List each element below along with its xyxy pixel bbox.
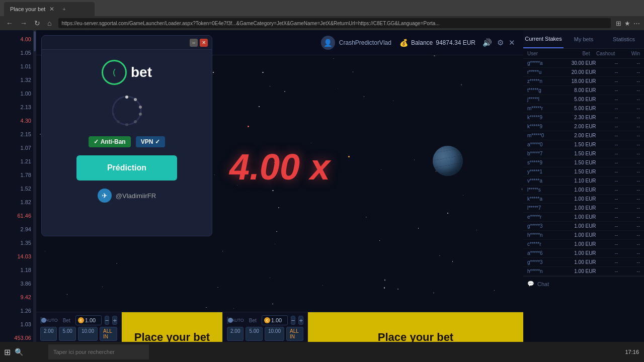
bet-plus-btn-2[interactable]: +	[298, 316, 303, 325]
windows-icon[interactable]: ⊞	[4, 347, 11, 357]
new-tab-btn[interactable]: +	[62, 6, 65, 12]
stake-bet: 2.00 EUR	[569, 133, 596, 138]
quick-bet-allin-1[interactable]: ALL IN	[100, 327, 117, 341]
settings-icon[interactable]: ⋯	[633, 20, 640, 27]
table-row: v*****a 1.10 EUR -- --	[523, 176, 644, 186]
tab-my-bets[interactable]: My bets	[564, 30, 604, 48]
stake-cashout: --	[596, 205, 618, 211]
header-icons: 🔊 ⚙ ✕	[482, 38, 515, 47]
stake-win: --	[618, 205, 640, 211]
quick-bet-2-2[interactable]: 2.00	[227, 327, 244, 341]
back-btn[interactable]: ←	[4, 18, 15, 28]
sound-icon[interactable]: 🔊	[482, 38, 492, 47]
quick-bet-5-2[interactable]: 5.00	[246, 327, 262, 341]
popup-logo-text: bet	[131, 64, 152, 80]
loading-spinner	[109, 93, 144, 128]
stake-bet: 1.00 EUR	[569, 187, 596, 193]
header-cashout: Cashout	[590, 51, 615, 56]
popup-body: ( bet	[42, 50, 212, 213]
quick-bet-5-1[interactable]: 5.00	[59, 327, 75, 341]
telegram-link[interactable]: ✈ @VladimiirFR	[98, 189, 156, 203]
tab-statistics[interactable]: Statistics	[604, 30, 644, 48]
popup-minimize-btn[interactable]: –	[190, 39, 198, 47]
star	[333, 58, 334, 59]
stake-win: --	[618, 115, 640, 120]
multiplier-item: 1.82	[0, 195, 36, 209]
prediction-button[interactable]: Prédiction	[76, 155, 177, 180]
multiplier-item: 4.00	[0, 32, 36, 46]
stake-win: --	[618, 160, 640, 165]
star	[45, 251, 45, 251]
star	[433, 292, 434, 293]
stake-bet: 1.00 EUR	[569, 196, 596, 202]
table-row: g*****a 30.00 EUR -- --	[523, 59, 644, 68]
stake-cashout: --	[596, 214, 618, 220]
taskbar-search-input[interactable]	[48, 344, 149, 359]
stake-cashout: --	[596, 169, 618, 174]
close-game-icon[interactable]: ✕	[509, 38, 515, 47]
multiplier-list: 4.001.051.011.321.002.134.302.151.071.21…	[0, 30, 36, 344]
bet-amount-input-1[interactable]: € 1.00	[75, 315, 102, 325]
quick-bet-10-1[interactable]: 10.00	[78, 327, 98, 341]
table-row: m*****r 5.00 EUR -- --	[523, 104, 644, 113]
star	[397, 289, 398, 290]
bet-minus-btn-1[interactable]: −	[105, 316, 110, 325]
header-user: 👤 CrashPredictorVlad	[321, 36, 391, 50]
bookmark-icon[interactable]: ★	[624, 20, 630, 27]
forward-btn[interactable]: →	[18, 18, 29, 28]
extensions-icon[interactable]: ⊞	[616, 20, 621, 27]
stake-user: t*****g	[527, 87, 569, 93]
svg-point-3	[139, 106, 142, 109]
chat-icon[interactable]: 💬	[527, 281, 534, 287]
star	[353, 71, 353, 72]
stake-cashout: --	[596, 232, 618, 238]
star	[338, 88, 338, 89]
stake-bet: 1.00 EUR	[569, 232, 596, 238]
bet-plus-btn-1[interactable]: +	[112, 316, 117, 325]
balance-icon: 💰	[399, 39, 408, 47]
stake-bet: 30.00 EUR	[569, 60, 596, 66]
table-row: h*****n 1.00 EUR -- --	[523, 231, 644, 240]
star	[384, 287, 385, 288]
stake-bet: 1.50 EUR	[569, 160, 596, 165]
nav-bar: ← → ↻ ⌂ https://eu-server.sgportal.com/G…	[0, 16, 644, 30]
star	[463, 195, 463, 196]
star	[206, 307, 206, 308]
star	[233, 308, 234, 309]
stake-win: --	[618, 151, 640, 156]
vpn-badge: VPN ✓	[136, 136, 166, 147]
table-row: k*****9 2.00 EUR -- --	[523, 122, 644, 131]
bet-minus-btn-2[interactable]: −	[291, 316, 296, 325]
stake-win: --	[618, 97, 640, 102]
quick-bet-allin-2[interactable]: ALL IN	[286, 327, 303, 341]
settings-icon[interactable]: ⚙	[497, 38, 504, 47]
star	[452, 261, 453, 261]
stake-bet: 18.00 EUR	[569, 78, 596, 84]
table-row: s*****9 1.50 EUR -- --	[523, 158, 644, 167]
stake-user: b*****7	[527, 151, 569, 156]
stake-user: k*****9	[527, 124, 569, 129]
multiplier-item: 1.26	[0, 304, 36, 317]
bet-amount-val-2: 1.00	[271, 317, 285, 323]
quick-bet-2-1[interactable]: 2.00	[40, 327, 57, 341]
tab-current-stakes[interactable]: Current Stakes	[523, 30, 564, 48]
balance-value: 94874.34 EUR	[436, 39, 475, 46]
refresh-btn[interactable]: ↻	[32, 18, 42, 28]
active-tab[interactable]: Place your bet ✕ +	[4, 2, 95, 16]
auto-label-2: AUTO	[231, 318, 244, 323]
stake-win: --	[618, 232, 640, 238]
star	[439, 255, 440, 256]
auto-toggle-2[interactable]	[227, 317, 228, 324]
stake-win: --	[618, 268, 640, 274]
popup-close-btn[interactable]: ✕	[200, 39, 208, 47]
home-btn[interactable]: ⌂	[45, 18, 53, 28]
address-bar[interactable]: https://eu-server.sgportal.com/GameLaunc…	[58, 18, 611, 28]
bet-amount-input-2[interactable]: € 1.00	[262, 315, 288, 325]
stake-win: --	[618, 78, 640, 84]
table-row: e*****r 1.00 EUR -- --	[523, 213, 644, 222]
stake-bet: 20.00 EUR	[569, 69, 596, 75]
tab-close-btn[interactable]: ✕	[49, 6, 54, 13]
auto-toggle-1[interactable]	[40, 317, 42, 324]
prediction-popup: – ✕ ( bet	[41, 35, 212, 236]
quick-bet-10-2[interactable]: 10.00	[265, 327, 284, 341]
